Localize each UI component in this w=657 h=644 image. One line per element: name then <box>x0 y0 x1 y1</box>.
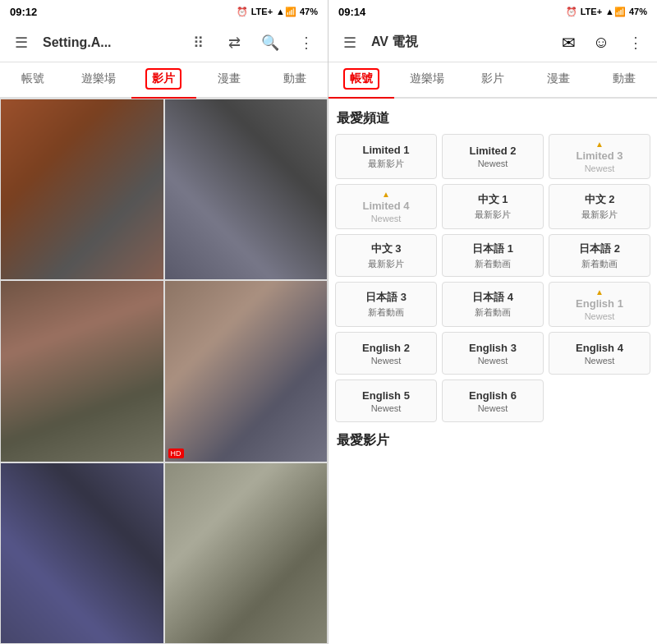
favorite-channel-title: 最愛頻道 <box>337 110 650 127</box>
left-app-bar: ☰ Setting.A... ⠿ ⇄ 🔍 ⋮ <box>0 23 328 62</box>
right-alarm-icon: ⏰ <box>566 7 577 17</box>
thumb-6[interactable] <box>164 462 328 644</box>
left-tab-animation[interactable]: 動畫 <box>262 62 328 97</box>
channel-english2[interactable]: English 2 Newest <box>335 332 437 375</box>
left-signal-icon: ▲📶 <box>276 7 296 17</box>
left-tab-bar: 帳號 遊樂場 影片 漫畫 動畫 <box>0 62 328 99</box>
left-grid-icon[interactable]: ⠿ <box>183 28 213 58</box>
left-phone-panel: 09:12 ⏰ LTE+ ▲📶 47% ☰ Setting.A... ⠿ ⇄ 🔍… <box>0 0 328 644</box>
channel-japanese2[interactable]: 日本語 2 新着動画 <box>549 234 650 277</box>
left-app-title: Setting.A... <box>43 35 177 50</box>
channel-english3[interactable]: English 3 Newest <box>442 332 544 375</box>
right-signal-icon: ▲📶 <box>605 7 626 17</box>
thumb-5[interactable] <box>0 462 164 644</box>
thumb-2[interactable] <box>164 99 328 280</box>
channel-english6[interactable]: English 6 Newest <box>442 380 544 422</box>
left-time: 09:12 <box>10 6 37 18</box>
left-tab-video[interactable]: 影片 <box>131 62 197 97</box>
right-tab-account[interactable]: 帳號 <box>328 62 394 97</box>
left-alarm-icon: ⏰ <box>237 7 248 17</box>
right-time: 09:14 <box>338 6 365 18</box>
left-content-grid: HD <box>0 99 328 644</box>
left-tab-arcade[interactable]: 遊樂場 <box>66 62 131 97</box>
left-shuffle-icon[interactable]: ⇄ <box>219 28 249 58</box>
channel-grid: Limited 1 最新影片 Limited 2 Newest ▲ Limite… <box>335 134 650 422</box>
left-status-icons: ⏰ LTE+ ▲📶 47% <box>237 7 318 17</box>
right-mail-icon[interactable]: ✉ <box>555 30 581 56</box>
right-tab-animation[interactable]: 動畫 <box>591 62 657 97</box>
channel-english4[interactable]: English 4 Newest <box>549 332 650 375</box>
channel-limited4[interactable]: ▲ Limited 4 Newest <box>335 184 437 229</box>
right-battery-label: 47% <box>629 7 647 16</box>
left-more-icon[interactable]: ⋮ <box>292 28 321 58</box>
right-menu-icon[interactable]: ☰ <box>335 28 365 58</box>
right-app-title: AV 電視 <box>371 34 549 51</box>
channel-japanese4[interactable]: 日本語 4 新着動画 <box>442 282 544 327</box>
channel-chinese2[interactable]: 中文 2 最新影片 <box>549 184 650 229</box>
warn-icon-limited3: ▲ <box>595 140 604 149</box>
left-tab-account[interactable]: 帳號 <box>0 62 66 97</box>
right-app-bar: ☰ AV 電視 ✉ ☺ ⋮ <box>328 23 657 62</box>
right-tab-manga[interactable]: 漫畫 <box>526 62 591 97</box>
warn-icon-english1: ▲ <box>595 288 604 297</box>
left-lte-label: LTE+ <box>251 7 273 16</box>
channel-english5[interactable]: English 5 Newest <box>335 380 437 422</box>
right-tab-arcade[interactable]: 遊樂場 <box>394 62 460 97</box>
channel-chinese3[interactable]: 中文 3 最新影片 <box>335 234 437 277</box>
left-menu-icon[interactable]: ☰ <box>7 28 36 58</box>
channel-chinese1[interactable]: 中文 1 最新影片 <box>442 184 544 229</box>
right-content: 最愛頻道 Limited 1 最新影片 Limited 2 Newest ▲ L… <box>328 99 657 644</box>
favorite-video-title: 最愛影片 <box>337 432 650 449</box>
right-status-icons: ⏰ LTE+ ▲📶 47% <box>566 7 647 17</box>
thumb-4-tag: HD <box>168 448 184 458</box>
channel-japanese1[interactable]: 日本語 1 新着動画 <box>442 234 544 277</box>
right-status-bar: 09:14 ⏰ LTE+ ▲📶 47% <box>328 0 657 23</box>
right-more-icon[interactable]: ⋮ <box>621 28 650 58</box>
thumb-1[interactable] <box>0 99 164 280</box>
channel-limited2[interactable]: Limited 2 Newest <box>442 134 544 179</box>
left-tab-manga[interactable]: 漫畫 <box>196 62 262 97</box>
warn-icon-limited4: ▲ <box>382 190 390 199</box>
right-phone-panel: 09:14 ⏰ LTE+ ▲📶 47% ☰ AV 電視 ✉ ☺ ⋮ 帳號 遊樂場… <box>328 0 657 644</box>
channel-limited1[interactable]: Limited 1 最新影片 <box>335 134 437 179</box>
left-search-icon[interactable]: 🔍 <box>255 28 285 58</box>
right-face-icon[interactable]: ☺ <box>588 30 614 56</box>
right-tab-bar: 帳號 遊樂場 影片 漫畫 動畫 <box>328 62 657 99</box>
right-tab-video[interactable]: 影片 <box>460 62 526 97</box>
thumb-4[interactable]: HD <box>164 280 328 462</box>
right-lte-label: LTE+ <box>581 7 602 16</box>
left-battery-label: 47% <box>300 7 318 16</box>
left-status-bar: 09:12 ⏰ LTE+ ▲📶 47% <box>0 0 328 23</box>
thumb-3[interactable] <box>0 280 164 462</box>
channel-limited3[interactable]: ▲ Limited 3 Newest <box>549 134 650 179</box>
channel-japanese3[interactable]: 日本語 3 新着動画 <box>335 282 437 327</box>
channel-english1[interactable]: ▲ English 1 Newest <box>549 282 650 327</box>
